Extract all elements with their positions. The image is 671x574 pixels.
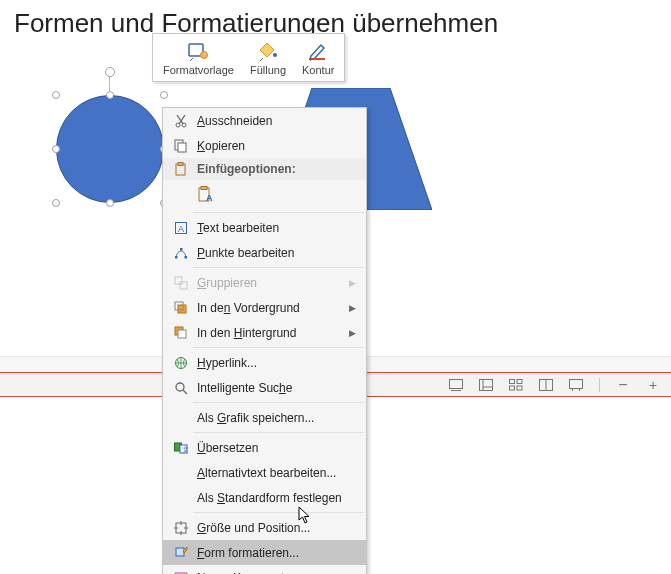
alt-text-item[interactable]: Alternativtext bearbeiten... xyxy=(163,460,366,485)
new-comment-label: Neuer Kommentar xyxy=(193,571,360,575)
separator xyxy=(193,402,364,403)
svg-rect-34 xyxy=(180,282,187,289)
outline-icon xyxy=(306,40,330,62)
copy-item[interactable]: Kopieren xyxy=(163,133,366,158)
notes-button[interactable] xyxy=(446,376,466,394)
style-button[interactable]: Formatvorlage xyxy=(155,36,242,79)
separator xyxy=(193,212,364,213)
svg-rect-26 xyxy=(201,187,207,190)
svg-rect-14 xyxy=(579,388,580,391)
paste-options-label: Einfügeoptionen: xyxy=(193,162,360,176)
group-label: Gruppieren xyxy=(193,276,349,290)
svg-rect-7 xyxy=(517,380,522,384)
mini-toolbar: Formatvorlage Füllung Kontur xyxy=(152,33,345,82)
reading-view-button[interactable] xyxy=(536,376,556,394)
svg-point-17 xyxy=(273,53,277,57)
style-icon xyxy=(186,40,210,62)
edit-text-icon: A xyxy=(169,221,193,235)
submenu-arrow-icon: ▶ xyxy=(349,328,360,338)
separator xyxy=(193,267,364,268)
paste-keep-formatting[interactable]: A xyxy=(193,183,219,207)
selected-shape-box xyxy=(56,85,164,217)
fill-icon xyxy=(256,40,280,62)
handle-tr[interactable] xyxy=(160,91,168,99)
rotate-handle[interactable] xyxy=(105,67,115,77)
hyperlink-item[interactable]: Hyperlink... xyxy=(163,350,366,375)
svg-point-20 xyxy=(182,123,186,127)
svg-rect-33 xyxy=(175,277,182,284)
edit-points-icon xyxy=(169,246,193,260)
handle-bm[interactable] xyxy=(106,199,114,207)
set-default-item[interactable]: Als Standardform festlegen xyxy=(163,485,366,510)
format-shape-icon xyxy=(169,546,193,560)
translate-label: Übersetzen xyxy=(193,441,360,455)
outline-label: Kontur xyxy=(302,64,334,76)
separator xyxy=(193,347,364,348)
zoom-in-button[interactable]: + xyxy=(643,376,663,394)
edit-points-item[interactable]: Punkte bearbeiten xyxy=(163,240,366,265)
slideshow-button[interactable] xyxy=(566,376,586,394)
svg-point-16 xyxy=(201,52,208,59)
format-shape-item[interactable]: Form formatieren... xyxy=(163,540,366,565)
sorter-view-button[interactable] xyxy=(506,376,526,394)
smart-lookup-item[interactable]: Intelligente Suche xyxy=(163,375,366,400)
svg-rect-32 xyxy=(185,256,188,259)
size-icon xyxy=(169,521,193,535)
zoom-out-button[interactable]: − xyxy=(613,376,633,394)
context-menu: Ausschneiden Kopieren Einfügeoptionen: A… xyxy=(162,107,367,574)
svg-text:文: 文 xyxy=(182,446,189,453)
style-label: Formatvorlage xyxy=(163,64,234,76)
divider xyxy=(599,378,600,392)
handle-tm[interactable] xyxy=(106,91,114,99)
hyperlink-label: Hyperlink... xyxy=(193,356,360,370)
rotate-connector xyxy=(109,77,110,91)
normal-view-button[interactable] xyxy=(476,376,496,394)
group-item: Gruppieren ▶ xyxy=(163,270,366,295)
paste-options-row: A xyxy=(163,180,366,210)
send-back-item[interactable]: In den Hintergrund ▶ xyxy=(163,320,366,345)
group-icon xyxy=(169,276,193,290)
svg-rect-38 xyxy=(178,330,186,338)
svg-rect-31 xyxy=(180,248,183,251)
set-default-label: Als Standardform festlegen xyxy=(193,491,360,505)
comment-icon xyxy=(169,571,193,575)
send-back-icon xyxy=(169,326,193,340)
svg-rect-50 xyxy=(176,548,184,556)
save-graphic-item[interactable]: Als Grafik speichern... xyxy=(163,405,366,430)
svg-rect-24 xyxy=(178,163,183,166)
svg-rect-12 xyxy=(570,380,583,389)
separator xyxy=(193,432,364,433)
bring-front-item[interactable]: In den Vordergrund ▶ xyxy=(163,295,366,320)
edit-text-item[interactable]: A Text bearbeiten xyxy=(163,215,366,240)
status-controls: − + xyxy=(446,375,663,395)
copy-label: Kopieren xyxy=(193,139,360,153)
handle-ml[interactable] xyxy=(52,145,60,153)
fill-label: Füllung xyxy=(250,64,286,76)
handle-bl[interactable] xyxy=(52,199,60,207)
circle-shape[interactable] xyxy=(56,95,164,203)
svg-rect-35 xyxy=(178,305,186,313)
size-position-item[interactable]: Größe und Position... xyxy=(163,515,366,540)
save-graphic-label: Als Grafik speichern... xyxy=(193,411,360,425)
bring-front-icon xyxy=(169,301,193,315)
svg-text:A: A xyxy=(178,224,184,234)
edit-points-label: Punkte bearbeiten xyxy=(193,246,360,260)
fill-button[interactable]: Füllung xyxy=(242,36,294,79)
format-shape-label: Form formatieren... xyxy=(193,546,360,560)
outline-button[interactable]: Kontur xyxy=(294,36,342,79)
bring-front-label: In den Vordergrund xyxy=(193,301,349,315)
submenu-arrow-icon: ▶ xyxy=(349,303,360,313)
new-comment-item[interactable]: Neuer Kommentar xyxy=(163,565,366,574)
svg-rect-13 xyxy=(572,388,573,391)
cut-item[interactable]: Ausschneiden xyxy=(163,108,366,133)
svg-rect-30 xyxy=(175,256,178,259)
svg-line-41 xyxy=(183,390,187,394)
svg-point-40 xyxy=(176,383,184,391)
handle-tl[interactable] xyxy=(52,91,60,99)
alt-text-label: Alternativtext bearbeiten... xyxy=(193,466,360,480)
svg-rect-6 xyxy=(510,380,515,384)
translate-icon: 文 xyxy=(169,441,193,455)
separator xyxy=(193,512,364,513)
translate-item[interactable]: 文 Übersetzen xyxy=(163,435,366,460)
svg-rect-22 xyxy=(178,143,186,152)
